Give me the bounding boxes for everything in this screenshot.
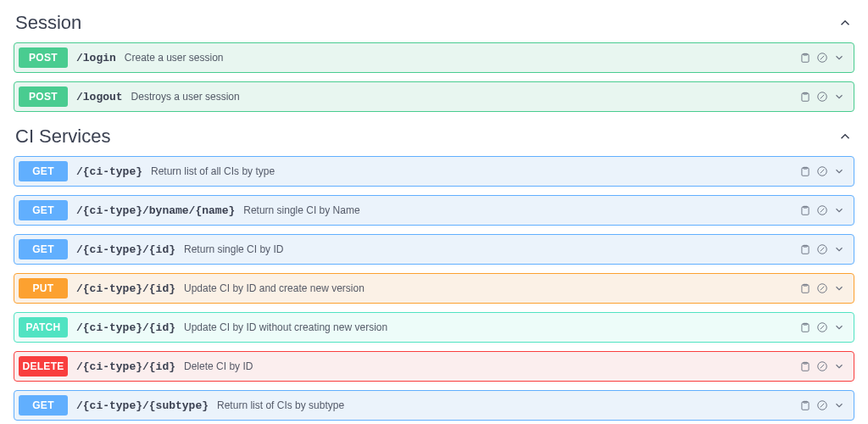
endpoint-desc: Return list of CIs by subtype xyxy=(217,399,344,411)
endpoint-desc: Create a user session xyxy=(125,52,224,64)
endpoint-path: /{ci-type}/byname/{name} xyxy=(76,204,235,217)
endpoint-path: /logout xyxy=(76,91,123,103)
svg-line-35 xyxy=(821,404,825,408)
method-badge: POST xyxy=(19,47,68,68)
method-badge: POST xyxy=(19,86,68,107)
link-icon[interactable] xyxy=(816,360,828,372)
endpoint-row[interactable]: GET /{ci-type}/byname/{name} Return sing… xyxy=(14,195,854,226)
svg-line-19 xyxy=(821,248,825,252)
endpoint-desc: Update CI by ID without creating new ver… xyxy=(184,321,387,333)
endpoint-row[interactable]: PATCH /{ci-type}/{id} Update CI by ID wi… xyxy=(14,312,854,343)
link-icon[interactable] xyxy=(816,282,828,294)
endpoint-desc: Update CI by ID and create new version xyxy=(184,282,364,294)
method-badge: PUT xyxy=(19,278,68,298)
chevron-up-icon xyxy=(837,129,853,144)
method-badge: GET xyxy=(19,395,68,416)
link-icon[interactable] xyxy=(816,321,828,333)
chevron-down-icon[interactable] xyxy=(833,52,845,64)
section-title: Session xyxy=(15,12,81,34)
endpoint-row[interactable]: GET /{ci-type}/{subtype} Return list of … xyxy=(14,390,854,421)
endpoint-row[interactable]: POST /logout Destroys a user session xyxy=(14,81,854,112)
chevron-down-icon[interactable] xyxy=(833,243,845,255)
clipboard-icon[interactable] xyxy=(799,321,811,333)
endpoint-path: /{ci-type}/{id} xyxy=(76,360,175,373)
method-badge: DELETE xyxy=(19,356,68,377)
clipboard-icon[interactable] xyxy=(799,399,811,411)
endpoint-path: /{ci-type}/{id} xyxy=(76,243,175,256)
svg-line-15 xyxy=(821,209,825,213)
svg-line-23 xyxy=(821,287,825,291)
endpoint-path: /{ci-type}/{id} xyxy=(76,321,175,334)
svg-line-3 xyxy=(821,56,825,60)
method-badge: GET xyxy=(19,161,68,181)
link-icon[interactable] xyxy=(816,91,828,103)
endpoint-row[interactable]: GET /{ci-type} Return list of all CIs by… xyxy=(14,156,854,187)
link-icon[interactable] xyxy=(816,243,828,255)
endpoint-path: /{ci-type}/{subtype} xyxy=(76,399,209,412)
clipboard-icon[interactable] xyxy=(799,282,811,294)
endpoint-row[interactable]: DELETE /{ci-type}/{id} Delete CI by ID xyxy=(14,351,854,382)
endpoint-desc: Return list of all CIs by type xyxy=(151,165,275,177)
endpoint-row[interactable]: GET /{ci-type}/{id} Return single CI by … xyxy=(14,234,854,265)
link-icon[interactable] xyxy=(816,52,828,64)
endpoint-desc: Return single CI by Name xyxy=(243,204,359,216)
endpoint-path: /{ci-type} xyxy=(76,165,142,178)
svg-line-7 xyxy=(821,95,825,99)
method-badge: GET xyxy=(19,200,68,220)
endpoint-desc: Destroys a user session xyxy=(131,91,240,103)
clipboard-icon[interactable] xyxy=(799,52,811,64)
method-badge: PATCH xyxy=(19,317,68,338)
endpoint-row[interactable]: PUT /{ci-type}/{id} Update CI by ID and … xyxy=(14,273,854,304)
clipboard-icon[interactable] xyxy=(799,360,811,372)
chevron-down-icon[interactable] xyxy=(833,204,845,216)
clipboard-icon[interactable] xyxy=(799,91,811,103)
endpoint-path: /login xyxy=(76,52,116,64)
method-badge: GET xyxy=(19,239,68,259)
chevron-down-icon[interactable] xyxy=(833,321,845,333)
link-icon[interactable] xyxy=(816,204,828,216)
chevron-down-icon[interactable] xyxy=(833,399,845,411)
section-header-ci-services[interactable]: CI Services xyxy=(14,120,854,156)
clipboard-icon[interactable] xyxy=(799,204,811,216)
endpoint-path: /{ci-type}/{id} xyxy=(76,282,175,295)
chevron-down-icon[interactable] xyxy=(833,165,845,177)
clipboard-icon[interactable] xyxy=(799,243,811,255)
svg-line-11 xyxy=(821,170,825,174)
svg-line-27 xyxy=(821,326,825,330)
chevron-down-icon[interactable] xyxy=(833,282,845,294)
endpoint-desc: Delete CI by ID xyxy=(184,360,253,372)
endpoint-row[interactable]: POST /login Create a user session xyxy=(14,42,854,73)
chevron-down-icon[interactable] xyxy=(833,91,845,103)
section-header-session[interactable]: Session xyxy=(14,7,854,42)
link-icon[interactable] xyxy=(816,165,828,177)
chevron-up-icon xyxy=(837,15,853,31)
endpoint-desc: Return single CI by ID xyxy=(184,243,283,255)
chevron-down-icon[interactable] xyxy=(833,360,845,372)
clipboard-icon[interactable] xyxy=(799,165,811,177)
section-title: CI Services xyxy=(15,126,110,148)
link-icon[interactable] xyxy=(816,399,828,411)
svg-line-31 xyxy=(821,365,825,369)
